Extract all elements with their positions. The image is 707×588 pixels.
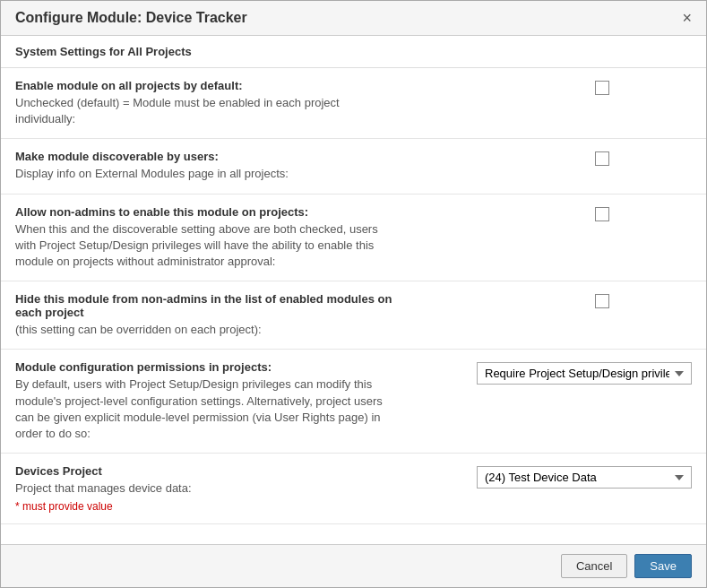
control-devices-project: (24) Test Device Data (477, 464, 692, 489)
control-enable-all-projects (513, 79, 692, 95)
label-desc-devices-project: Project that manages device data: (15, 480, 401, 497)
devices-project-content: Devices Project Project that manages dev… (15, 464, 692, 497)
modal-title: Configure Module: Device Tracker (15, 10, 247, 26)
setting-label-allow-non-admins: Allow non-admins to enable this module o… (15, 205, 418, 271)
close-button[interactable]: × (682, 10, 692, 26)
checkbox-hide-from-non-admins[interactable] (595, 294, 609, 308)
setting-label-make-discoverable: Make module discoverable by users: Displ… (15, 150, 418, 182)
label-title-make-discoverable: Make module discoverable by users: (15, 150, 401, 163)
label-title-hide-from-non-admins: Hide this module from non-admins in the … (15, 292, 401, 319)
setting-label-config-permissions: Module configuration permissions in proj… (15, 360, 418, 442)
label-desc-hide-from-non-admins: (this setting can be overridden on each … (15, 322, 401, 338)
section-header: System Settings for All Projects (1, 36, 706, 68)
label-desc-config-permissions: By default, users with Project Setup/Des… (15, 376, 401, 442)
checkbox-allow-non-admins[interactable] (595, 207, 609, 221)
label-title-config-permissions: Module configuration permissions in proj… (15, 360, 401, 374)
save-button[interactable]: Save (634, 554, 692, 578)
label-title-allow-non-admins: Allow non-admins to enable this module o… (15, 205, 401, 219)
control-make-discoverable (513, 150, 692, 166)
dropdown-config-permissions[interactable]: Require Project Setup/Design privilege A… (477, 362, 692, 385)
modal-footer: Cancel Save (1, 544, 706, 587)
setting-row-enable-all-projects: Enable module on all projects by default… (1, 68, 706, 139)
control-hide-from-non-admins (513, 292, 692, 308)
label-desc-allow-non-admins: When this and the discoverable setting a… (15, 221, 401, 271)
label-title-devices-project: Devices Project (15, 464, 401, 478)
setting-row-config-permissions: Module configuration permissions in proj… (1, 350, 706, 454)
checkbox-make-discoverable[interactable] (595, 151, 609, 166)
control-config-permissions: Require Project Setup/Design privilege A… (477, 360, 692, 385)
label-title-enable-all-projects: Enable module on all projects by default… (15, 79, 401, 92)
configure-module-dialog: Configure Module: Device Tracker × Syste… (0, 0, 707, 588)
setting-row-hide-from-non-admins: Hide this module from non-admins in the … (1, 281, 706, 350)
cancel-button[interactable]: Cancel (561, 554, 627, 578)
modal-header: Configure Module: Device Tracker × (1, 1, 706, 36)
setting-label-devices-project: Devices Project Project that manages dev… (15, 464, 418, 497)
setting-row-make-discoverable: Make module discoverable by users: Displ… (1, 139, 706, 194)
dropdown-devices-project[interactable]: (24) Test Device Data (477, 466, 692, 489)
setting-row-allow-non-admins: Allow non-admins to enable this module o… (1, 195, 706, 282)
must-provide-label: * must provide value (15, 500, 692, 520)
control-allow-non-admins (513, 205, 692, 221)
label-desc-make-discoverable: Display info on External Modules page in… (15, 166, 401, 182)
checkbox-enable-all-projects[interactable] (595, 81, 609, 95)
setting-label-enable-all-projects: Enable module on all projects by default… (15, 79, 418, 127)
setting-row-devices-project: Devices Project Project that manages dev… (1, 454, 706, 524)
label-desc-enable-all-projects: Unchecked (default) = Module must be ena… (15, 95, 401, 127)
modal-body: System Settings for All Projects Enable … (1, 36, 706, 544)
setting-label-hide-from-non-admins: Hide this module from non-admins in the … (15, 292, 418, 338)
